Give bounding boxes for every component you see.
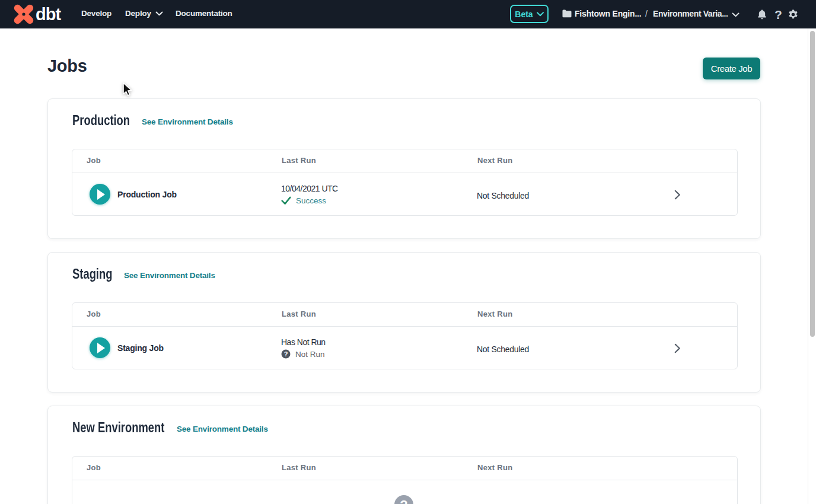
svg-text:?: ? bbox=[400, 497, 407, 504]
svg-text:?: ? bbox=[284, 350, 288, 358]
